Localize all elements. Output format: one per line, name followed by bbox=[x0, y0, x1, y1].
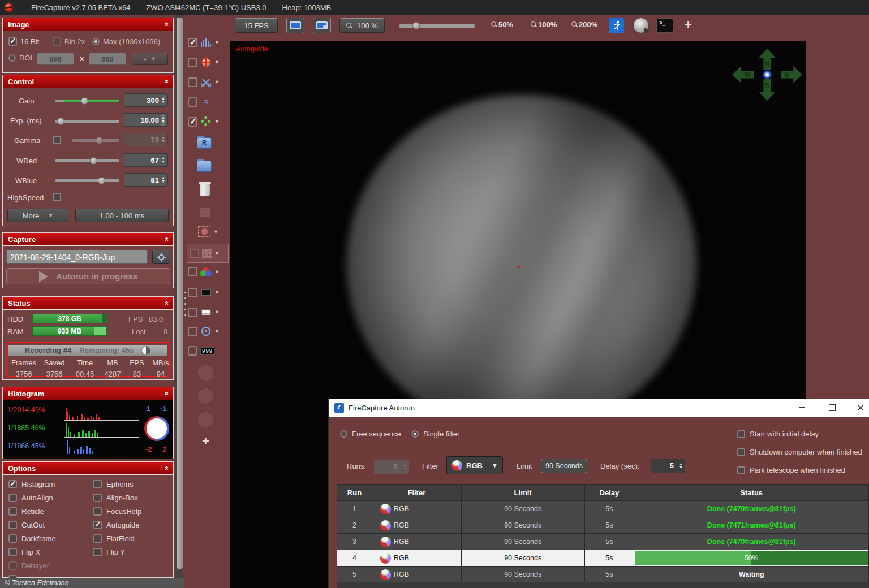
zoom-200-button[interactable]: 200% bbox=[571, 20, 597, 29]
bin2x-checkbox[interactable] bbox=[53, 37, 61, 46]
park-checkbox[interactable] bbox=[737, 466, 745, 474]
gain-slider-thumb[interactable] bbox=[81, 97, 88, 105]
chevron-down-icon[interactable]: ▼ bbox=[214, 119, 220, 124]
move-east-button[interactable]: E bbox=[781, 66, 802, 83]
wblue-slider-thumb[interactable] bbox=[98, 177, 105, 184]
wblue-value[interactable]: 81 ▲▼ bbox=[124, 173, 168, 187]
terminal-button[interactable]: >_ bbox=[656, 18, 673, 33]
options-panel-header[interactable]: Options » bbox=[3, 462, 173, 475]
collapse-icon[interactable]: » bbox=[163, 466, 169, 470]
tool-dim-button-3[interactable] bbox=[198, 412, 213, 427]
move-south-button[interactable]: S bbox=[759, 79, 776, 101]
exposure-slider-thumb[interactable] bbox=[57, 118, 64, 125]
free-sequence-option[interactable]: Free sequence bbox=[340, 430, 401, 438]
chevron-down-icon[interactable]: ▼ bbox=[214, 40, 220, 45]
limit-button[interactable]: 90 Seconds bbox=[541, 459, 587, 473]
capture-settings-button[interactable] bbox=[152, 250, 170, 264]
control-panel-header[interactable]: Control » bbox=[3, 75, 173, 88]
roi-apply-dropdown[interactable]: ▸ ▼ bbox=[132, 53, 168, 65]
option-autoalign[interactable]: AutoAlign bbox=[8, 494, 93, 502]
autorun-button[interactable]: Autorun in progress bbox=[6, 268, 170, 284]
gamma-value[interactable]: 73 ▲▼ bbox=[124, 133, 168, 146]
tool-ephemeris-checkbox[interactable] bbox=[188, 97, 197, 107]
timer-button[interactable] bbox=[633, 18, 649, 33]
runs-spinner[interactable]: 5 ▲▼ bbox=[374, 460, 409, 474]
table-row[interactable]: 5 RGB 90 Seconds 5s Waiting bbox=[337, 567, 869, 583]
highspeed-checkbox[interactable] bbox=[53, 193, 61, 201]
more-button[interactable]: More ▼ bbox=[7, 209, 68, 222]
wred-slider-thumb[interactable] bbox=[90, 157, 97, 165]
fullscreen-button[interactable] bbox=[286, 18, 304, 33]
delay-spinner[interactable]: 5 ▲▼ bbox=[651, 459, 685, 473]
max-resolution-radio[interactable] bbox=[92, 38, 100, 45]
tool-color-checkbox[interactable] bbox=[188, 267, 197, 276]
maximize-button[interactable] bbox=[819, 399, 845, 417]
single-filter-radio[interactable] bbox=[411, 430, 419, 438]
tool-grid-checkbox[interactable] bbox=[190, 249, 199, 258]
chevron-down-icon[interactable]: ▼ bbox=[214, 250, 220, 256]
option-flatfield[interactable]: FlatField bbox=[93, 534, 173, 543]
table-row[interactable]: 2 RGB 90 Seconds 5s Done (7471frames@81f… bbox=[337, 517, 869, 534]
chevron-down-icon[interactable]: ▼ bbox=[213, 229, 218, 235]
scrollbar-thumb[interactable] bbox=[177, 18, 183, 569]
option-flipy[interactable]: Flip Y bbox=[93, 548, 173, 556]
option-debayer[interactable]: Debayer bbox=[8, 561, 93, 570]
dpad-settings-icon[interactable] bbox=[763, 71, 771, 79]
tool-darkframe[interactable]: ▼ bbox=[188, 287, 229, 297]
zoom-100-button[interactable]: 100% bbox=[531, 20, 557, 29]
autorun-toggle-button[interactable] bbox=[609, 18, 624, 33]
gain-value[interactable]: 300 ▲▼ bbox=[124, 93, 168, 107]
collapse-icon[interactable]: » bbox=[163, 22, 169, 26]
gamma-checkbox[interactable] bbox=[53, 136, 61, 144]
wred-slider[interactable] bbox=[55, 159, 119, 162]
tool-reticle[interactable]: ▼ bbox=[188, 326, 229, 336]
status-panel-header[interactable]: Status » bbox=[3, 297, 173, 310]
add-tab-button[interactable]: + bbox=[685, 18, 692, 32]
option-flipx[interactable]: Flip X bbox=[8, 548, 93, 556]
chevron-down-icon[interactable]: ▼ bbox=[214, 59, 220, 65]
free-sequence-radio[interactable] bbox=[340, 430, 347, 438]
roi-height-field[interactable]: 668 bbox=[89, 53, 126, 65]
display-settings-button[interactable] bbox=[313, 18, 331, 33]
panel-scrollbar[interactable] bbox=[175, 15, 183, 588]
tool-cutout[interactable]: ▼ bbox=[188, 77, 229, 87]
chevron-down-icon[interactable]: ▼ bbox=[214, 289, 220, 295]
minimize-button[interactable] bbox=[789, 399, 815, 417]
collapse-icon[interactable]: » bbox=[163, 391, 169, 395]
tool-autoguide-checkbox[interactable] bbox=[188, 117, 197, 127]
roi-radio[interactable] bbox=[8, 54, 16, 62]
table-row[interactable]: 1 RGB 90 Seconds 5s Done (7470frames@81f… bbox=[337, 501, 869, 517]
filter-dropdown[interactable]: RGB ▼ bbox=[446, 456, 503, 474]
tool-planet-tracking[interactable]: ▼ bbox=[188, 57, 229, 67]
table-row[interactable]: 3 RGB 90 Seconds 5s Done (7470frames@81f… bbox=[337, 534, 869, 550]
tool-frame-counter[interactable]: 999 bbox=[188, 346, 229, 356]
add-tool-button[interactable]: + bbox=[202, 434, 209, 449]
capture-filename-field[interactable]: 2021-08-29-1404_0-RGB-Jup bbox=[6, 250, 148, 264]
tool-reticle-checkbox[interactable] bbox=[188, 327, 197, 336]
fps-button[interactable]: 15 FPS bbox=[235, 18, 278, 33]
chevron-down-icon[interactable]: ▼ bbox=[214, 309, 220, 315]
chevron-down-icon[interactable]: ▼ bbox=[214, 79, 220, 85]
shutdown-option[interactable]: Shutdown computer when finished bbox=[737, 448, 862, 456]
gain-spinner[interactable]: ▲▼ bbox=[161, 97, 165, 103]
wblue-slider[interactable] bbox=[55, 179, 119, 182]
wblue-spinner[interactable]: ▲▼ bbox=[161, 176, 165, 183]
park-option[interactable]: Park telescope when finished bbox=[737, 466, 845, 474]
option-focushelp[interactable]: FocusHelp bbox=[93, 507, 173, 516]
tool-histogram-overlay[interactable]: ▼ bbox=[188, 37, 229, 47]
image-panel-header[interactable]: Image » bbox=[3, 18, 173, 31]
move-north-button[interactable]: N bbox=[759, 49, 776, 70]
tool-dim-button-1[interactable] bbox=[198, 365, 213, 381]
tool-counter-checkbox[interactable] bbox=[188, 346, 197, 356]
tool-planet-checkbox[interactable] bbox=[188, 58, 197, 67]
tool-autoguide[interactable]: ▼ bbox=[188, 116, 229, 127]
divider-grip[interactable] bbox=[184, 292, 186, 316]
gamma-slider[interactable] bbox=[72, 139, 119, 142]
gain-slider[interactable] bbox=[55, 100, 119, 102]
tool-grid-selected[interactable]: ▼ bbox=[187, 244, 229, 263]
capture-panel-header[interactable]: Capture » bbox=[3, 233, 173, 246]
tool-flatfield-checkbox[interactable] bbox=[188, 308, 197, 317]
collapse-icon[interactable]: » bbox=[163, 237, 169, 241]
tool-color-balance[interactable]: ▼ bbox=[188, 267, 229, 276]
exposure-value[interactable]: 10.00 ▲▼ bbox=[124, 113, 168, 127]
